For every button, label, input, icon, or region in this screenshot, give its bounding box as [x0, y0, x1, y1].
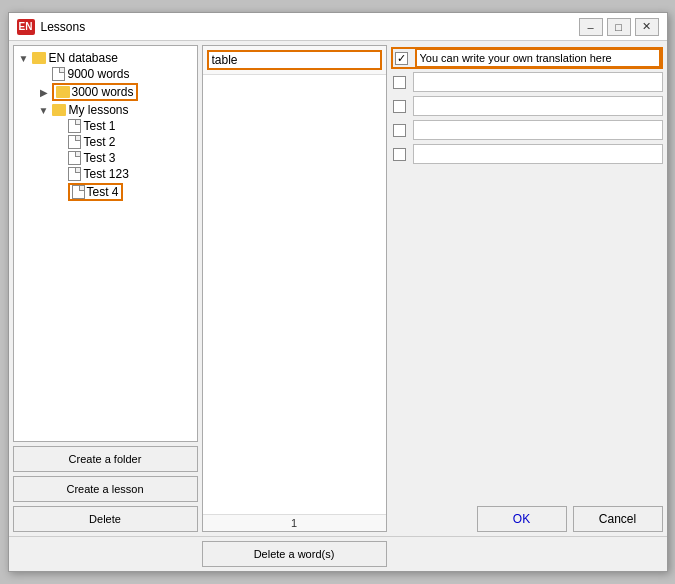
cancel-button[interactable]: Cancel [573, 506, 663, 532]
translation-rows [391, 45, 663, 276]
3000-words-highlight: 3000 words [52, 83, 138, 101]
doc-icon-test2 [68, 135, 81, 149]
expand-icon-test3: ▶ [54, 152, 66, 164]
checkbox-3[interactable] [393, 100, 406, 113]
doc-icon-test4 [72, 185, 85, 199]
node-label-test2: Test 2 [84, 135, 116, 149]
tree-node-test4[interactable]: ▶ Test 4 [18, 182, 193, 202]
create-lesson-button[interactable]: Create a lesson [13, 476, 198, 502]
word-input-row [203, 46, 386, 75]
delete-word-button[interactable]: Delete a word(s) [202, 541, 387, 567]
tree-node-test123[interactable]: ▶ Test 123 [18, 166, 193, 182]
node-label-en-database: EN database [49, 51, 118, 65]
translation-row-4 [391, 119, 663, 141]
translation-input-2[interactable] [413, 72, 663, 92]
tree-node-3000-words[interactable]: ▶ 3000 words [18, 82, 193, 102]
window-title: Lessons [41, 20, 579, 34]
checkbox-cell-3 [391, 100, 409, 113]
title-bar: EN Lessons – □ ✕ [9, 13, 667, 41]
doc-icon-9000 [52, 67, 65, 81]
translation-row-1 [391, 47, 663, 69]
expand-icon-my-lessons: ▼ [38, 104, 50, 116]
test4-highlight: Test 4 [68, 183, 123, 201]
left-bottom-buttons: Create a folder Create a lesson Delete [13, 446, 198, 532]
checkbox-2[interactable] [393, 76, 406, 89]
folder-icon-my-lessons [52, 104, 66, 116]
right-spacer [391, 276, 663, 503]
tree-node-test3[interactable]: ▶ Test 3 [18, 150, 193, 166]
translation-row-3 [391, 95, 663, 117]
right-bottom-buttons: OK Cancel [391, 502, 663, 532]
middle-panel: 1 [202, 45, 387, 532]
translation-row-5 [391, 143, 663, 165]
tree-view[interactable]: ▼ EN database ▶ 9000 words ▶ 3000 words [13, 45, 198, 442]
node-label-9000-words: 9000 words [68, 67, 130, 81]
translation-input-5[interactable] [413, 144, 663, 164]
bottom-bar: Delete a word(s) [9, 536, 667, 571]
create-folder-button[interactable]: Create a folder [13, 446, 198, 472]
folder-icon-3000 [56, 86, 70, 98]
tree-node-9000-words[interactable]: ▶ 9000 words [18, 66, 193, 82]
checkbox-cell-4 [391, 124, 409, 137]
doc-icon-test1 [68, 119, 81, 133]
page-number: 1 [203, 514, 386, 531]
expand-icon-test1: ▶ [54, 120, 66, 132]
expand-icon-test4: ▶ [54, 186, 66, 198]
node-label-my-lessons: My lessons [69, 103, 129, 117]
checkbox-cell-1 [393, 52, 411, 65]
doc-icon-test3 [68, 151, 81, 165]
expand-icon-9000: ▶ [38, 68, 50, 80]
close-button[interactable]: ✕ [635, 18, 659, 36]
node-label-3000-words: 3000 words [72, 85, 134, 99]
ok-button[interactable]: OK [477, 506, 567, 532]
translation-row-2 [391, 71, 663, 93]
node-label-test4: Test 4 [87, 185, 119, 199]
node-label-test3: Test 3 [84, 151, 116, 165]
tree-node-test2[interactable]: ▶ Test 2 [18, 134, 193, 150]
app-icon: EN [17, 19, 35, 35]
word-input[interactable] [207, 50, 382, 70]
minimize-button[interactable]: – [579, 18, 603, 36]
main-window: EN Lessons – □ ✕ ▼ EN database ▶ [8, 12, 668, 572]
expand-icon-en-database: ▼ [18, 52, 30, 64]
tree-node-test1[interactable]: ▶ Test 1 [18, 118, 193, 134]
maximize-button[interactable]: □ [607, 18, 631, 36]
checkbox-4[interactable] [393, 124, 406, 137]
tree-node-my-lessons[interactable]: ▼ My lessons [18, 102, 193, 118]
delete-button[interactable]: Delete [13, 506, 198, 532]
content-area: ▼ EN database ▶ 9000 words ▶ 3000 words [9, 41, 667, 536]
doc-icon-test123 [68, 167, 81, 181]
translation-input-1[interactable] [415, 48, 661, 68]
right-panel: OK Cancel [391, 45, 663, 532]
checkbox-1[interactable] [395, 52, 408, 65]
window-controls: – □ ✕ [579, 18, 659, 36]
left-panel: ▼ EN database ▶ 9000 words ▶ 3000 words [13, 45, 198, 532]
expand-icon-3000: ▶ [38, 86, 50, 98]
bottom-bar-spacer [13, 541, 198, 567]
folder-icon-en-database [32, 52, 46, 64]
translation-input-3[interactable] [413, 96, 663, 116]
expand-icon-test2: ▶ [54, 136, 66, 148]
word-list-area[interactable] [203, 75, 386, 514]
node-label-test1: Test 1 [84, 119, 116, 133]
checkbox-cell-5 [391, 148, 409, 161]
checkbox-5[interactable] [393, 148, 406, 161]
translation-input-4[interactable] [413, 120, 663, 140]
tree-node-en-database[interactable]: ▼ EN database [18, 50, 193, 66]
node-label-test123: Test 123 [84, 167, 129, 181]
expand-icon-test123: ▶ [54, 168, 66, 180]
bottom-bar-right-spacer [391, 541, 663, 567]
checkbox-cell-2 [391, 76, 409, 89]
